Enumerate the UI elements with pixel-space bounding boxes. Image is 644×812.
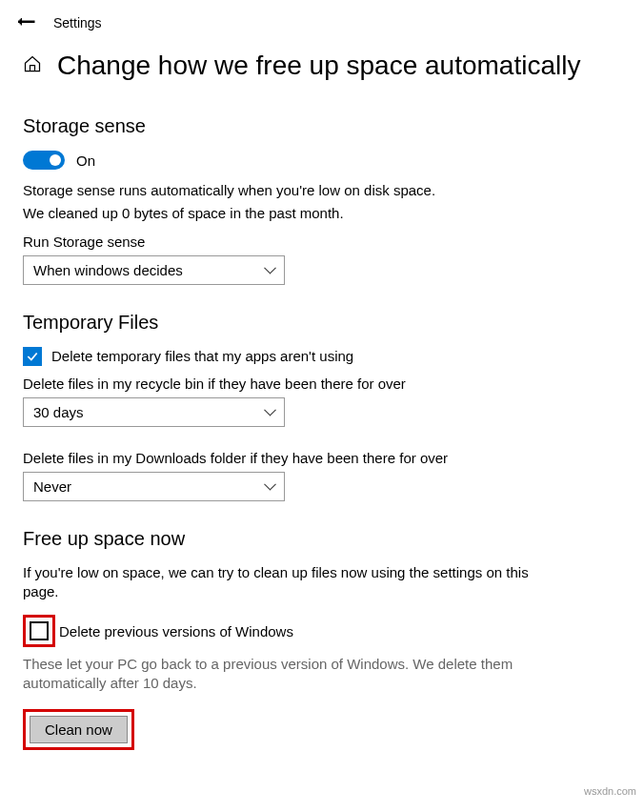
delete-previous-label: Delete previous versions of Windows [59,623,293,639]
free-up-intro: If you're low on space, we can try to cl… [23,563,537,602]
clean-now-button[interactable]: Clean now [30,716,128,743]
storage-sense-toggle[interactable] [23,151,65,170]
dropdown-value: When windows decides [33,262,183,278]
storage-sense-desc-1: Storage sense runs automatically when yo… [23,181,621,200]
run-storage-sense-label: Run Storage sense [23,233,621,250]
recycle-bin-dropdown[interactable]: 30 days [23,397,285,427]
recycle-bin-label: Delete files in my recycle bin if they h… [23,376,621,392]
delete-temp-label: Delete temporary files that my apps aren… [51,348,353,364]
storage-sense-heading: Storage sense [23,115,621,137]
watermark-text: wsxdn.com [584,785,636,797]
topbar-title: Settings [53,15,102,30]
delete-previous-hint: These let your PC go back to a previous … [23,655,537,694]
temporary-files-heading: Temporary Files [23,312,621,334]
run-storage-sense-dropdown[interactable]: When windows decides [23,255,285,285]
delete-previous-checkbox[interactable] [30,621,49,640]
page-title: Change how we free up space automaticall… [57,51,580,81]
downloads-dropdown[interactable]: Never [23,472,285,501]
home-icon[interactable] [23,54,42,77]
highlight-box-icon: Clean now [23,709,134,750]
highlight-box-icon [23,615,55,647]
dropdown-value: Never [33,478,71,495]
delete-temp-checkbox[interactable] [23,347,42,366]
free-up-heading: Free up space now [23,528,621,550]
back-arrow-icon[interactable]: 🠔 [17,11,36,33]
storage-sense-toggle-label: On [76,152,95,169]
downloads-label: Delete files in my Downloads folder if t… [23,450,621,466]
storage-sense-desc-2: We cleaned up 0 bytes of space in the pa… [23,204,621,223]
dropdown-value: 30 days [33,404,84,420]
